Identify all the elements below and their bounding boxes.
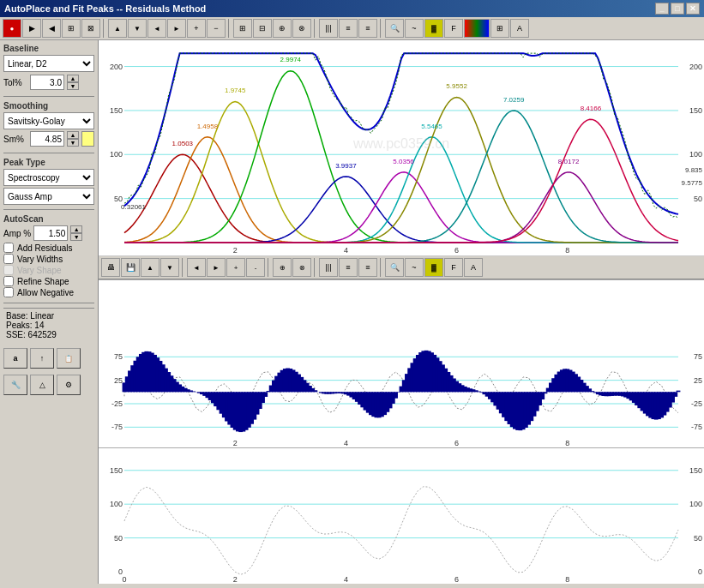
- add-residuals-checkbox[interactable]: [3, 243, 14, 253]
- smoothing-section: Smoothing Savitsky-Golay None Gaussian S…: [3, 101, 94, 148]
- chart-tb-2[interactable]: ►: [207, 258, 226, 277]
- amp-spin-down[interactable]: ▼: [70, 233, 82, 241]
- smoothing-select[interactable]: Savitsky-Golay None Gaussian: [3, 112, 94, 129]
- refine-shape-row: Refine Shape: [3, 276, 94, 286]
- toolbar-btn-20[interactable]: ▓: [424, 19, 443, 38]
- toolbar-btn-21[interactable]: F: [444, 19, 463, 38]
- tol-spin-up[interactable]: ▲: [67, 75, 79, 82]
- toolbar-btn-9[interactable]: ►: [167, 19, 186, 38]
- action-buttons-row1: a ↑ 📋: [3, 348, 94, 369]
- autoscan-section: AutoScan Amp % 1.50 ▲ ▼ Add Residuals Va…: [3, 214, 94, 298]
- action-btn-tool3[interactable]: ⚙: [57, 375, 81, 395]
- action-btn-a[interactable]: a: [3, 348, 27, 369]
- toolbar-btn-12[interactable]: ⊞: [233, 19, 252, 38]
- baseline-select[interactable]: Linear, D2 Linear, D1 Quadratic: [3, 55, 94, 72]
- title-bar: AutoPlace and Fit Peaks -- Residuals Met…: [0, 0, 704, 17]
- toolbar-btn-10[interactable]: +: [187, 19, 206, 38]
- autoscan-label: AutoScan: [3, 214, 94, 224]
- chart-tb-13[interactable]: F: [444, 258, 463, 277]
- toolbar-btn-11[interactable]: −: [207, 19, 226, 38]
- vary-widths-checkbox[interactable]: [3, 254, 14, 264]
- toolbar-btn-16[interactable]: |||: [319, 19, 338, 38]
- baseline-section: Baseline Linear, D2 Linear, D1 Quadratic: [3, 44, 94, 72]
- chart-tb-6[interactable]: ⊗: [292, 258, 311, 277]
- sm-input[interactable]: 4.85: [30, 131, 64, 147]
- chart-tb-A[interactable]: A: [464, 258, 483, 277]
- allow-negative-row: Allow Negative: [3, 287, 94, 297]
- allow-negative-checkbox[interactable]: [3, 287, 14, 297]
- status-sse: SSE: 642529: [6, 330, 92, 339]
- chart-tb-3[interactable]: +: [226, 258, 245, 277]
- toolbar-btn-15[interactable]: ⊗: [292, 19, 311, 38]
- amp-spin: ▲ ▼: [70, 225, 82, 241]
- chart-tb-11[interactable]: ~: [405, 258, 424, 277]
- sm-light-button[interactable]: [81, 131, 94, 147]
- sm-spin-up[interactable]: ▲: [67, 131, 79, 139]
- toolbar-btn-23[interactable]: A: [510, 19, 529, 38]
- toolbar-btn-13[interactable]: ⊟: [253, 19, 272, 38]
- main-toolbar: ● ▶ ◀ ⊞ ⊠ ▲ ▼ ◄ ► + − ⊞ ⊟ ⊕ ⊗ ||| ≡ ≡ 🔍 …: [0, 17, 704, 40]
- chart-tb-12[interactable]: ▓: [424, 258, 443, 277]
- toolbar-btn-8[interactable]: ◄: [147, 19, 166, 38]
- toolbar-btn-3[interactable]: ◀: [42, 19, 61, 38]
- chart-top: [99, 40, 704, 255]
- chart-tb-down[interactable]: ▼: [160, 258, 179, 277]
- chart-bot: [99, 447, 704, 584]
- amp-input[interactable]: 1.50: [33, 225, 68, 241]
- tol-spin: ▲ ▼: [67, 75, 79, 90]
- left-panel: Baseline Linear, D2 Linear, D1 Quadratic…: [0, 40, 99, 584]
- toolbar-btn-color[interactable]: [464, 19, 490, 38]
- toolbar-btn-4[interactable]: ⊞: [62, 19, 81, 38]
- close-button[interactable]: ✕: [686, 3, 700, 15]
- chart-tb-save[interactable]: 💾: [121, 258, 140, 277]
- tol-label: Tol%: [3, 78, 27, 87]
- amp-row: Amp % 1.50 ▲ ▼: [3, 225, 94, 241]
- chart-tb-10[interactable]: 🔍: [385, 258, 404, 277]
- chart-tb-8[interactable]: ≡: [339, 258, 358, 277]
- toolbar-btn-19[interactable]: ~: [405, 19, 424, 38]
- chart-tb-4[interactable]: -: [246, 258, 265, 277]
- chart-tb-9[interactable]: ≡: [358, 258, 377, 277]
- action-btn-copy[interactable]: 📋: [57, 348, 81, 369]
- vary-widths-label: Vary Widths: [17, 255, 63, 264]
- toolbar-btn-5[interactable]: ⊠: [81, 19, 100, 38]
- vary-shape-checkbox[interactable]: [3, 265, 14, 275]
- refine-shape-checkbox[interactable]: [3, 276, 14, 286]
- refine-shape-label: Refine Shape: [17, 277, 69, 286]
- toolbar-btn-17[interactable]: ≡: [339, 19, 358, 38]
- toolbar-btn-1[interactable]: ●: [3, 19, 21, 38]
- canvas-bot[interactable]: [99, 448, 704, 584]
- toolbar-btn-22[interactable]: ⊞: [490, 19, 509, 38]
- action-btn-tool1[interactable]: 🔧: [3, 375, 27, 395]
- chart-tb-1[interactable]: ◄: [187, 258, 206, 277]
- toolbar-btn-binoculars[interactable]: 🔍: [385, 19, 404, 38]
- maximize-button[interactable]: □: [671, 3, 684, 15]
- chart-tb-print[interactable]: 🖶: [101, 258, 120, 277]
- tol-input[interactable]: 3.0: [30, 75, 64, 90]
- sm-label: Sm%: [3, 135, 27, 144]
- canvas-mid[interactable]: [99, 280, 704, 447]
- amp-spin-up[interactable]: ▲: [70, 225, 82, 233]
- toolbar-btn-14[interactable]: ⊕: [273, 19, 292, 38]
- toolbar-btn-6[interactable]: ▲: [108, 19, 127, 38]
- canvas-top[interactable]: [99, 40, 704, 255]
- toolbar-btn-18[interactable]: ≡: [358, 19, 377, 38]
- tol-spin-down[interactable]: ▼: [67, 82, 79, 90]
- sm-spin-down[interactable]: ▼: [67, 139, 79, 147]
- chart-tb-5[interactable]: ⊕: [273, 258, 292, 277]
- peak-type-select1[interactable]: Spectroscopy Chromatography: [3, 169, 94, 186]
- vary-widths-row: Vary Widths: [3, 254, 94, 264]
- sm-row: Sm% 4.85 ▲ ▼: [3, 131, 94, 147]
- minimize-button[interactable]: _: [655, 3, 669, 15]
- toolbar-btn-2[interactable]: ▶: [22, 19, 41, 38]
- action-btn-tool2[interactable]: △: [30, 375, 54, 395]
- right-panel: 🖶 💾 ▲ ▼ ◄ ► + - ⊕ ⊗ ||| ≡ ≡ 🔍 ~ ▓: [99, 40, 704, 584]
- peak-type-select2[interactable]: Gauss Amp Lorentz Amp Voigt Amp: [3, 188, 94, 205]
- chart-tb-up[interactable]: ▲: [141, 258, 159, 277]
- vary-shape-row: Vary Shape: [3, 265, 94, 275]
- chart-tb-7[interactable]: |||: [319, 258, 338, 277]
- window-title: AutoPlace and Fit Peaks -- Residuals Met…: [4, 3, 206, 14]
- sm-spin: ▲ ▼: [67, 131, 79, 147]
- toolbar-btn-7[interactable]: ▼: [128, 19, 147, 38]
- action-btn-up[interactable]: ↑: [30, 348, 54, 369]
